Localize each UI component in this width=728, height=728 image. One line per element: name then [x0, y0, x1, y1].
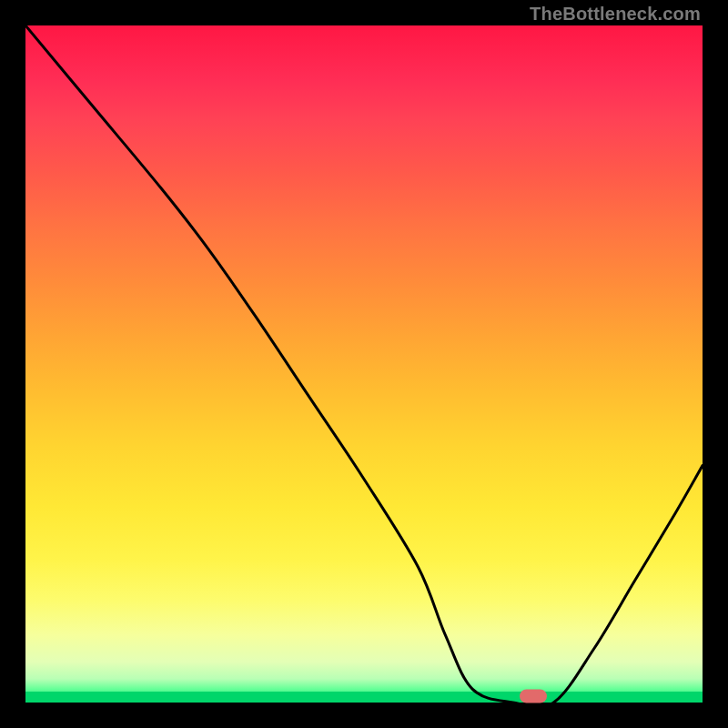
chart-frame: TheBottleneck.com	[0, 0, 728, 728]
plot-area	[25, 25, 703, 703]
watermark-text: TheBottleneck.com	[530, 4, 701, 25]
bottleneck-curve	[25, 25, 703, 703]
